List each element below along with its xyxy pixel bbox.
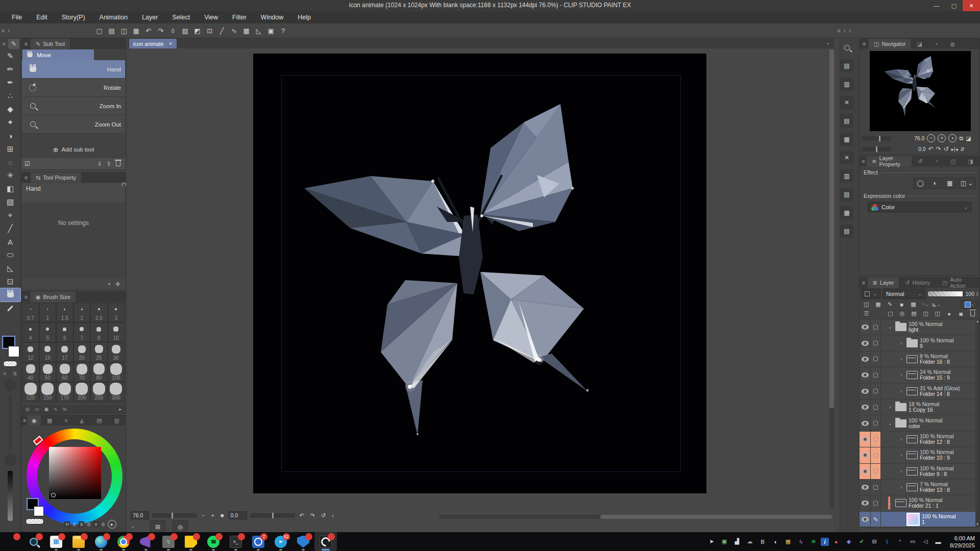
reset-rotation-button[interactable]: ↺ bbox=[320, 512, 327, 519]
expand-arrow-icon[interactable]: › bbox=[898, 469, 904, 474]
bs-percent-icon[interactable]: % bbox=[62, 407, 66, 412]
layer-visibility-toggle[interactable] bbox=[860, 399, 871, 415]
brush-size-cell[interactable]: 40 bbox=[22, 362, 39, 382]
layer-check-cell[interactable] bbox=[871, 367, 881, 383]
menu-item[interactable]: Story(P) bbox=[55, 12, 92, 22]
border-effect-icon[interactable]: ◯ bbox=[914, 178, 927, 189]
eraser-tool-icon[interactable]: ◆ bbox=[0, 103, 20, 116]
notes-icon[interactable] bbox=[180, 532, 202, 551]
layer-visibility-toggle[interactable] bbox=[860, 335, 871, 350]
material-panel-icon-4[interactable]: ▤ bbox=[840, 114, 853, 128]
tray-lightning-icon[interactable]: ϟ bbox=[795, 536, 806, 548]
zoom-out-button[interactable]: − bbox=[200, 512, 206, 518]
auto-action-tab[interactable]: ◳ Auto Action bbox=[936, 278, 979, 288]
new-vector-layer-icon[interactable]: ◎ bbox=[897, 309, 908, 318]
move-group-tab[interactable]: Move bbox=[22, 49, 94, 60]
airbrush-tool-icon[interactable]: ∴ bbox=[0, 89, 20, 103]
layer-color-effect-icon[interactable]: ◫ ⌄ bbox=[958, 178, 975, 189]
tray-signal-icon[interactable]: ▟ bbox=[731, 536, 743, 548]
open-file-icon[interactable]: ▤ bbox=[106, 25, 118, 36]
material-panel-icon-1[interactable]: ▤ bbox=[840, 59, 853, 72]
canvas-rotation-value[interactable]: 0.0 bbox=[229, 511, 247, 519]
layer-row[interactable]: 100 % Normal 1 bbox=[860, 512, 975, 527]
layer-visibility-toggle[interactable] bbox=[860, 352, 871, 367]
material-panel-icon-9[interactable]: ▦ bbox=[840, 206, 853, 219]
menu-item[interactable]: File bbox=[5, 12, 29, 22]
layer-row[interactable]: › 24 % Normal Folder 15 : 9 bbox=[860, 367, 975, 383]
nav-fit-window-icon[interactable]: ◪ bbox=[966, 135, 971, 142]
chrome-icon[interactable] bbox=[112, 532, 135, 551]
telegram-icon[interactable]: ➤ 62 bbox=[270, 532, 292, 551]
expand-arrow-icon[interactable]: › bbox=[898, 372, 904, 378]
toolbar-menu-icon[interactable]: ≡ bbox=[0, 41, 8, 47]
gradient-tool-icon[interactable]: ▨ bbox=[0, 195, 20, 209]
lock-transparent-icon[interactable]: ✎ bbox=[885, 300, 895, 309]
nav-zoom-out-icon[interactable]: − bbox=[927, 134, 935, 142]
navigator-preview[interactable] bbox=[870, 51, 971, 131]
deselect-icon[interactable]: ▧ bbox=[179, 25, 191, 36]
brush-size-knob[interactable] bbox=[4, 379, 16, 391]
layer-property-menu-icon[interactable]: ≡ bbox=[860, 156, 867, 166]
spotify-icon[interactable]: ≋ bbox=[202, 532, 225, 551]
apply-mask-icon[interactable]: ◙ bbox=[955, 309, 966, 318]
expand-arrow-icon[interactable]: › bbox=[887, 405, 893, 410]
brush-size-cell[interactable]: 150 bbox=[39, 382, 57, 402]
fit-to-screen-button[interactable]: ■ bbox=[219, 512, 226, 518]
fill-tool-icon[interactable]: ◧ bbox=[0, 182, 20, 195]
expand-arrow-icon[interactable]: ⌄ bbox=[887, 421, 893, 426]
nav-rotate-ccw-icon[interactable]: ↶ bbox=[928, 145, 934, 153]
snap-ruler-icon[interactable]: ╱ bbox=[216, 25, 228, 36]
menu-item[interactable]: Layer bbox=[135, 12, 164, 22]
layer-visibility-toggle[interactable] bbox=[860, 512, 871, 527]
add-sub-tool-button[interactable]: ⊕ Add sub tool bbox=[21, 143, 126, 156]
layer-panel-menu-icon[interactable]: ≡ bbox=[860, 278, 868, 288]
ruler-tool-icon[interactable]: ◺ bbox=[0, 262, 20, 275]
sync-lock-icon[interactable] bbox=[157, 532, 180, 551]
material-panel-icon-7[interactable]: ▥ bbox=[840, 169, 853, 183]
brush-size-cell[interactable]: 50 bbox=[39, 362, 57, 382]
lp-extra-tab-4[interactable]: ◨ bbox=[962, 156, 979, 166]
layer-row[interactable]: › 8 % Normal Folder 16 : 8 bbox=[860, 352, 975, 367]
tool-property-menu-icon[interactable]: ≡ bbox=[21, 172, 31, 183]
tray-security-icon[interactable]: ✔ bbox=[856, 536, 867, 548]
layer-check-cell[interactable] bbox=[871, 464, 881, 479]
sub-tool-menu-icon[interactable]: ≡ bbox=[21, 39, 31, 49]
canvas-rotation-slider[interactable] bbox=[250, 513, 295, 518]
sub-color-swatch[interactable] bbox=[8, 346, 19, 357]
expand-arrow-icon[interactable]: ⌄ bbox=[887, 324, 893, 330]
layer-row[interactable]: › 100 % Normal 9 bbox=[860, 335, 975, 351]
tasks-app-icon[interactable]: 7 bbox=[247, 532, 270, 551]
tray-info-icon[interactable]: i bbox=[821, 538, 829, 546]
close-button[interactable]: ✕ bbox=[963, 0, 980, 11]
wheel-sub-color-swatch[interactable] bbox=[34, 506, 44, 516]
tray-usb-icon[interactable]: ⊟ bbox=[869, 536, 880, 548]
lock-layer-icon[interactable]: ▦ bbox=[873, 300, 884, 309]
restore-default-icon[interactable]: ◔ bbox=[104, 281, 113, 288]
expand-arrow-icon[interactable]: ⌄ bbox=[887, 500, 893, 506]
wheel-transparent-swatch[interactable] bbox=[26, 518, 44, 524]
frame-border-tool-icon[interactable]: ⊡ bbox=[0, 275, 20, 288]
layer-row[interactable]: ⌄ 100 % Normal light bbox=[860, 319, 975, 335]
brush-size-cell[interactable]: 7 bbox=[74, 322, 91, 342]
vertical-scrollbar[interactable] bbox=[829, 49, 834, 509]
color-wheel-tab[interactable]: ◉ bbox=[28, 415, 41, 425]
brush-size-cell[interactable]: 100 bbox=[108, 362, 125, 382]
nav-flip-vertical-icon[interactable]: ⇵ bbox=[960, 146, 964, 152]
canvas-zoom-value[interactable]: 76.0 bbox=[131, 511, 149, 519]
snap-special-ruler-icon[interactable]: ∿ bbox=[228, 25, 240, 36]
tray-telegram-icon[interactable]: ➤ bbox=[706, 536, 717, 548]
menu-item[interactable]: View bbox=[198, 12, 225, 22]
layer-row[interactable]: › 31 % Add (Glow) Folder 14 : 8 bbox=[860, 384, 975, 399]
color-mixing-tab[interactable]: ◭ bbox=[74, 415, 90, 425]
tab-list-icon[interactable]: ⌄ bbox=[826, 40, 830, 45]
lp-extra-tab-2[interactable]: ◔ bbox=[929, 156, 945, 166]
reference-layer-icon[interactable]: ▩ bbox=[908, 300, 919, 309]
document-tab[interactable]: icon animate ✕ bbox=[129, 39, 177, 48]
navigator-tab[interactable]: ◫ Navigator bbox=[869, 39, 911, 49]
sub-tool-item[interactable]: Zoom In bbox=[22, 97, 125, 115]
tray-bluetooth-icon[interactable]: ᛒ bbox=[881, 536, 893, 548]
sv-cursor[interactable] bbox=[51, 493, 56, 497]
nav-flip-horizontal-icon[interactable]: ▸|◂ bbox=[951, 146, 958, 152]
tray-display-icon[interactable]: ▭ bbox=[907, 536, 918, 548]
redo-icon[interactable]: ↷ bbox=[155, 25, 167, 36]
